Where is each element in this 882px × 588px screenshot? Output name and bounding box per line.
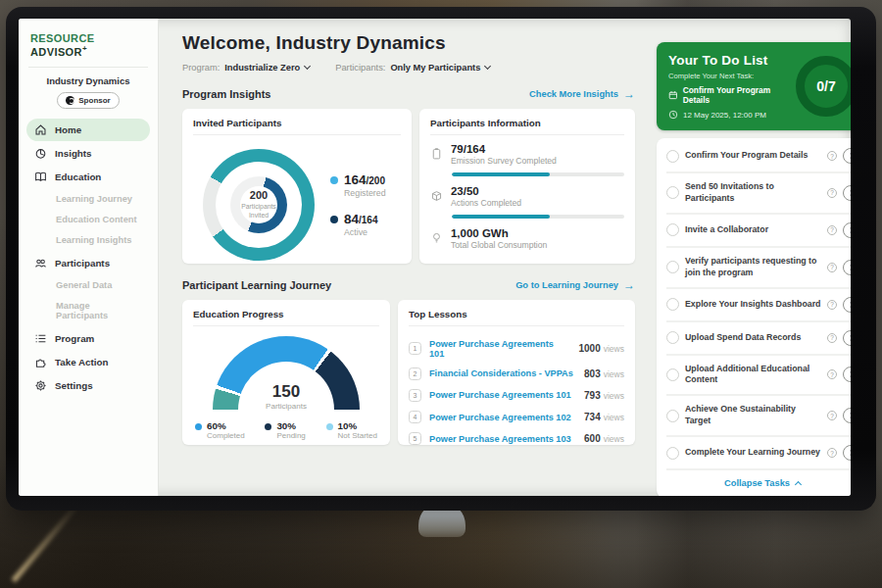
calendar-icon — [668, 90, 678, 100]
task-open-button[interactable] — [843, 260, 851, 275]
lesson-link[interactable]: Financial Considerations - VPPAs — [429, 368, 576, 378]
education-gauge-chart: 150 Participants — [213, 336, 360, 411]
task-open-button[interactable] — [843, 330, 851, 346]
task-label[interactable]: Complete Your Learning Journey — [685, 447, 821, 459]
registered-total: /200 — [367, 175, 385, 186]
task-checkbox[interactable] — [666, 186, 679, 199]
registered-dot-icon — [330, 176, 338, 184]
task-label[interactable]: Upload Additional Educational Content — [685, 364, 821, 387]
todo-column: Your To Do List Complete Your Next Task:… — [657, 19, 851, 496]
list-icon — [34, 332, 47, 345]
sponsor-badge[interactable]: Sponsor — [57, 92, 120, 109]
lesson-link[interactable]: Power Purchase Agreements 101 — [429, 339, 570, 359]
help-icon[interactable] — [827, 263, 837, 272]
task-checkbox[interactable] — [666, 150, 679, 163]
help-icon[interactable] — [827, 411, 837, 420]
donut-inner-ring: 200 Participants Invited — [230, 176, 287, 233]
legend-active: 84/164 Active — [330, 212, 386, 237]
task-label[interactable]: Verify participants requesting to join t… — [685, 256, 821, 279]
arrow-right-icon: → — [623, 278, 635, 292]
sidebar: RESOURCE ADVISOR+ Industry Dynamics Spon… — [19, 19, 159, 496]
help-icon[interactable] — [827, 151, 837, 161]
task-checkbox[interactable] — [666, 261, 679, 273]
help-icon[interactable] — [827, 333, 837, 343]
education-progress-card: Education Progress 150 Participants 60% … — [182, 300, 390, 445]
views-label: views — [604, 434, 624, 444]
program-filter-label: Program: — [182, 63, 220, 73]
task-checkbox[interactable] — [666, 410, 679, 422]
legend-registered: 164/200 Registered — [330, 172, 386, 198]
sidebar-item-education-content[interactable]: Education Content — [26, 210, 150, 230]
sidebar-item-general-data[interactable]: General Data — [26, 275, 150, 296]
pending-dot-icon — [265, 423, 271, 430]
sidebar-item-label: Education — [55, 172, 101, 182]
task-open-button[interactable] — [843, 185, 851, 201]
check-more-insights-link[interactable]: Check More Insights → — [529, 87, 635, 101]
sidebar-item-manage-participants[interactable]: Manage Participants — [26, 296, 150, 326]
logo-plus: + — [82, 44, 87, 53]
task-row: Achieve One Sustainability Target — [666, 396, 851, 437]
task-row: Upload Spend Data Records — [666, 322, 851, 356]
legend-value: 10% — [338, 420, 377, 431]
sponsor-icon — [66, 96, 74, 105]
task-open-button[interactable] — [843, 297, 851, 313]
lesson-link[interactable]: Power Purchase Agreements 102 — [429, 413, 576, 422]
participants-filter[interactable]: Participants: Only My Participants — [335, 63, 490, 73]
chevron-up-icon — [795, 481, 802, 488]
legend-completed: 60% Completed — [195, 420, 245, 440]
task-label[interactable]: Explore Your Insights Dashboard — [685, 299, 821, 311]
task-open-button[interactable] — [843, 408, 851, 423]
lesson-link[interactable]: Power Purchase Agreements 101 — [429, 390, 576, 400]
lesson-row: 1 Power Purchase Agreements 101 1000view… — [409, 334, 624, 363]
task-open-button[interactable] — [843, 148, 851, 164]
link-label: Check More Insights — [529, 89, 618, 99]
learning-cards-row: Education Progress 150 Participants 60% … — [182, 300, 635, 445]
stat-value: 1,000 GWh — [451, 227, 547, 239]
sidebar-item-program[interactable]: Program — [26, 327, 150, 350]
help-icon[interactable] — [827, 300, 837, 310]
sidebar-item-learning-journey[interactable]: Learning Journey — [26, 189, 150, 210]
program-filter[interactable]: Program: Industrialize Zero — [182, 63, 310, 73]
help-icon[interactable] — [827, 369, 837, 379]
sidebar-item-label: Settings — [55, 380, 93, 391]
sidebar-item-settings[interactable]: Settings — [26, 374, 150, 397]
donut-outer-ring: 200 Participants Invited — [203, 149, 315, 261]
task-checkbox[interactable] — [666, 447, 679, 460]
sidebar-item-participants[interactable]: Participants — [26, 252, 150, 274]
help-icon[interactable] — [827, 225, 837, 235]
task-label[interactable]: Invite a Collaborator — [685, 224, 821, 236]
sidebar-item-home[interactable]: Home — [26, 119, 150, 141]
sidebar-item-insights[interactable]: Insights — [26, 142, 150, 165]
task-open-button[interactable] — [843, 445, 851, 461]
participants-information-card: Participants Information 79/164 Emission… — [419, 109, 635, 264]
task-label[interactable]: Confirm Your Program Details — [685, 150, 821, 162]
task-open-button[interactable] — [843, 222, 851, 238]
task-open-button[interactable] — [843, 367, 851, 382]
task-label[interactable]: Achieve One Sustainability Target — [685, 404, 821, 427]
help-icon[interactable] — [827, 448, 837, 458]
todo-next-task: Confirm Your Program Details — [668, 85, 796, 105]
task-checkbox[interactable] — [666, 368, 679, 381]
sidebar-item-take-action[interactable]: Take Action — [26, 351, 150, 373]
sidebar-item-education[interactable]: Education — [26, 166, 150, 188]
help-icon[interactable] — [827, 188, 837, 198]
lesson-link[interactable]: Power Purchase Agreements 103 — [429, 434, 576, 444]
sidebar-item-learning-insights[interactable]: Learning Insights — [26, 230, 150, 251]
link-label: Go to Learning Journey — [515, 280, 618, 290]
sidebar-item-label: Program — [55, 333, 94, 344]
task-checkbox[interactable] — [666, 298, 679, 311]
task-checkbox[interactable] — [666, 223, 679, 236]
survey-icon — [430, 147, 443, 161]
views-label: views — [604, 391, 624, 401]
sidebar-item-label: Insights — [55, 148, 92, 159]
gauge-center-label: Participants — [213, 402, 360, 411]
task-label[interactable]: Upload Spend Data Records — [685, 332, 821, 344]
task-label[interactable]: Send 50 Invitations to Participants — [685, 181, 821, 205]
go-to-learning-journey-link[interactable]: Go to Learning Journey → — [515, 278, 635, 292]
gauge-center-value: 150 — [213, 382, 360, 402]
collapse-tasks-link[interactable]: Collapse Tasks — [666, 470, 851, 492]
views-label: views — [604, 413, 624, 422]
views-count: 734 — [584, 412, 601, 422]
task-checkbox[interactable] — [666, 331, 679, 344]
active-value: 84 — [344, 212, 359, 226]
